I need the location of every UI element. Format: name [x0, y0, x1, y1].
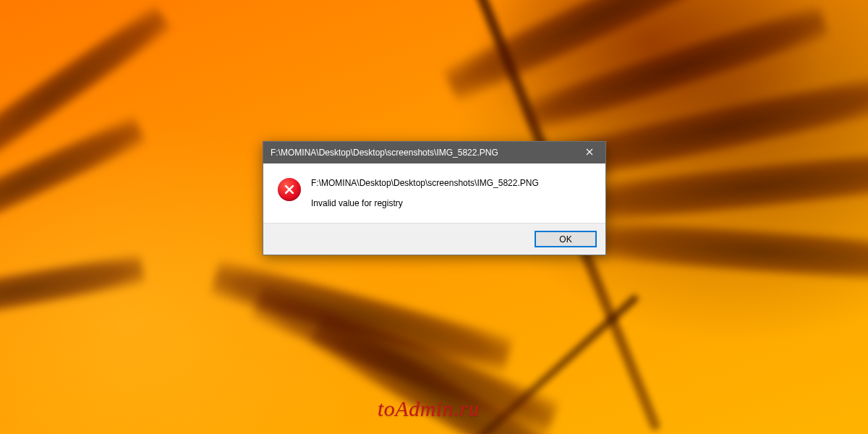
dialog-body: F:\MOMINA\Desktop\Desktop\screenshots\IM… — [263, 163, 605, 223]
close-icon — [586, 148, 593, 158]
error-dialog: F:\MOMINA\Desktop\Desktop\screenshots\IM… — [263, 141, 606, 255]
plant-shadow — [0, 252, 145, 330]
dialog-title: F:\MOMINA\Desktop\Desktop\screenshots\IM… — [271, 148, 573, 158]
dialog-text: F:\MOMINA\Desktop\Desktop\screenshots\IM… — [311, 176, 591, 214]
ok-button[interactable]: OK — [535, 231, 597, 247]
dialog-footer: OK — [263, 223, 605, 255]
error-icon — [278, 178, 301, 201]
close-button[interactable] — [573, 142, 605, 163]
dialog-message: Invalid value for registry — [311, 198, 591, 208]
plant-shadow — [592, 220, 868, 283]
dialog-titlebar[interactable]: F:\MOMINA\Desktop\Desktop\screenshots\IM… — [263, 142, 605, 163]
dialog-path: F:\MOMINA\Desktop\Desktop\screenshots\IM… — [311, 178, 591, 188]
